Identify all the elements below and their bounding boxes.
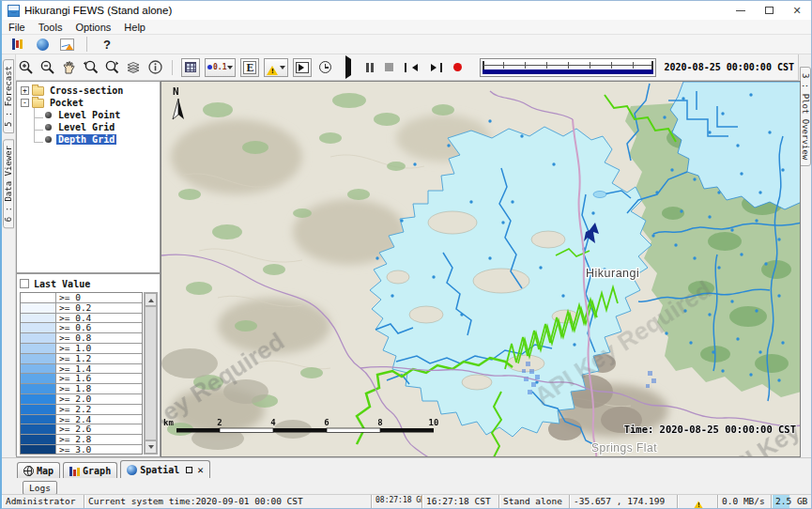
database-stats-icon[interactable] bbox=[9, 36, 26, 53]
legend-row-label: >= 0 bbox=[56, 293, 81, 302]
tab-plot-overview[interactable]: 3 : Plot Overview bbox=[800, 67, 811, 166]
tree-item-label[interactable]: Level Point bbox=[56, 110, 122, 120]
scroll-up-button[interactable] bbox=[145, 293, 157, 306]
legend-row-label: >= 2.6 bbox=[56, 424, 91, 434]
legend-color-swatch bbox=[21, 394, 56, 404]
tab-graph[interactable]: Graph bbox=[63, 462, 117, 478]
tree-row-selected[interactable]: Depth Grid bbox=[21, 133, 160, 146]
animation-timer-icon[interactable] bbox=[316, 59, 333, 76]
map-display-icon[interactable] bbox=[34, 36, 51, 53]
scale-tick: 10 bbox=[429, 418, 439, 427]
maximize-icon bbox=[765, 7, 774, 14]
skip-end-button[interactable] bbox=[429, 63, 442, 72]
globe-icon bbox=[127, 465, 137, 475]
tree-item-label[interactable]: Pocket bbox=[48, 98, 85, 108]
last-value-checkbox[interactable] bbox=[20, 279, 29, 288]
chevron-down-icon bbox=[280, 66, 285, 72]
scale-tick: 4 bbox=[270, 418, 276, 427]
toolbar-separator bbox=[86, 37, 87, 52]
status-coordinates: -35.657 , 174.199 bbox=[570, 495, 678, 508]
zoom-in-icon[interactable] bbox=[17, 59, 34, 76]
close-panel-icon[interactable]: ✕ bbox=[197, 465, 204, 475]
timeseries-export-icon[interactable] bbox=[58, 36, 75, 53]
zoom-previous-icon[interactable] bbox=[82, 59, 99, 76]
layer-tree-panel: + Cross-section - Pocket Level Point Lev… bbox=[16, 81, 161, 273]
legend-row-label: >= 3.0 bbox=[56, 445, 91, 455]
tab-map[interactable]: Map bbox=[17, 462, 60, 478]
tree-line bbox=[34, 118, 43, 131]
time-slider[interactable] bbox=[480, 58, 655, 77]
tree-item-label[interactable]: Depth Grid bbox=[56, 134, 116, 145]
minimize-icon bbox=[736, 10, 745, 11]
scrollbar-thumb[interactable] bbox=[145, 306, 157, 440]
legend-scrollbar[interactable] bbox=[144, 292, 158, 455]
legend-row[interactable]: >= 3.0 bbox=[21, 445, 142, 455]
tree-expand-icon[interactable]: + bbox=[21, 86, 29, 95]
tree-item-label[interactable]: Level Grid bbox=[56, 122, 116, 132]
threshold-value: 0.1 bbox=[213, 63, 226, 71]
arrow-down-icon bbox=[148, 445, 154, 452]
thresholds-dropdown[interactable] bbox=[264, 58, 288, 77]
layers-icon[interactable] bbox=[125, 59, 142, 76]
grid-display-button[interactable] bbox=[181, 58, 200, 77]
legend-color-swatch bbox=[21, 344, 56, 353]
bullet-icon bbox=[45, 112, 52, 118]
status-network-speed: 0.0 MB/s bbox=[718, 495, 772, 508]
menu-help[interactable]: Help bbox=[117, 22, 152, 33]
status-warning-cell[interactable] bbox=[678, 495, 718, 508]
status-gmt-time: 08:27:18 GMT bbox=[372, 495, 422, 508]
info-icon[interactable] bbox=[146, 59, 163, 76]
arrow-up-icon bbox=[148, 296, 154, 302]
map-canvas[interactable]: API Key Required API Key Required API Ke… bbox=[161, 81, 801, 457]
record-button[interactable] bbox=[453, 63, 462, 71]
tree-row[interactable]: - Pocket bbox=[21, 97, 160, 109]
skip-start-button[interactable] bbox=[405, 63, 418, 72]
help-icon[interactable]: ? bbox=[99, 36, 115, 53]
app-icon bbox=[8, 5, 20, 17]
map-toolbar: 0.1 E 2020-08-25 00:00:00 CST bbox=[2, 54, 798, 81]
classbreaks-dropdown[interactable]: 0.1 bbox=[205, 58, 236, 77]
restore-panel-icon[interactable] bbox=[186, 467, 192, 473]
legend-row-label: >= 2.0 bbox=[56, 394, 91, 404]
zoom-out-icon[interactable] bbox=[38, 59, 55, 76]
bar-chart-icon bbox=[69, 466, 80, 476]
legend-row[interactable]: >= 2.2 bbox=[21, 405, 142, 415]
warning-triangle-icon bbox=[267, 60, 278, 75]
tab-spatial[interactable]: Spatial ✕ bbox=[120, 460, 210, 478]
legend-row-label: >= 2.2 bbox=[56, 405, 91, 414]
tree-row[interactable]: + Cross-section bbox=[21, 85, 160, 97]
tree-collapse-icon[interactable]: - bbox=[21, 99, 29, 107]
logs-button[interactable]: Logs bbox=[23, 481, 57, 495]
legend-row-label: >= 2.8 bbox=[56, 435, 91, 444]
tab-forecast[interactable]: 5 : Forecast bbox=[3, 59, 14, 133]
legend-row-label: >= 1.0 bbox=[56, 344, 91, 353]
tree-item-label[interactable]: Cross-section bbox=[48, 85, 125, 96]
animation-button[interactable] bbox=[293, 58, 312, 77]
tab-data-viewer[interactable]: 6 : Data Viewer bbox=[3, 139, 14, 228]
labels-button[interactable]: E bbox=[240, 58, 259, 77]
legend-color-swatch bbox=[21, 293, 56, 302]
legend-row[interactable]: >= 0.2 bbox=[21, 303, 142, 314]
menu-options[interactable]: Options bbox=[69, 22, 117, 33]
scroll-down-button[interactable] bbox=[145, 440, 157, 454]
maximize-button[interactable] bbox=[755, 1, 783, 20]
minimize-button[interactable] bbox=[727, 1, 755, 20]
bottom-tab-bar: Map Graph Spatial ✕ bbox=[17, 460, 210, 478]
stop-button[interactable] bbox=[385, 63, 393, 71]
legend-row[interactable]: >= 1.2 bbox=[21, 354, 142, 364]
legend-color-swatch bbox=[21, 415, 56, 424]
status-bar: Administrator Current system time:2020-0… bbox=[2, 494, 811, 508]
app-window: Hikurangi FEWS (Stand alone) ✕ File Tool… bbox=[0, 0, 812, 509]
tab-spatial-label: Spatial bbox=[140, 465, 179, 475]
zoom-next-icon[interactable] bbox=[103, 59, 120, 76]
tree-line bbox=[34, 131, 43, 143]
pan-hand-icon[interactable] bbox=[60, 59, 77, 76]
play-button[interactable] bbox=[344, 59, 355, 76]
pause-button[interactable] bbox=[366, 63, 374, 72]
slider-end-marker bbox=[651, 61, 653, 69]
close-button[interactable]: ✕ bbox=[783, 1, 811, 20]
close-icon: ✕ bbox=[792, 6, 801, 16]
menu-file[interactable]: File bbox=[2, 22, 32, 33]
menu-tools[interactable]: Tools bbox=[32, 22, 69, 33]
dot-icon bbox=[207, 65, 212, 69]
